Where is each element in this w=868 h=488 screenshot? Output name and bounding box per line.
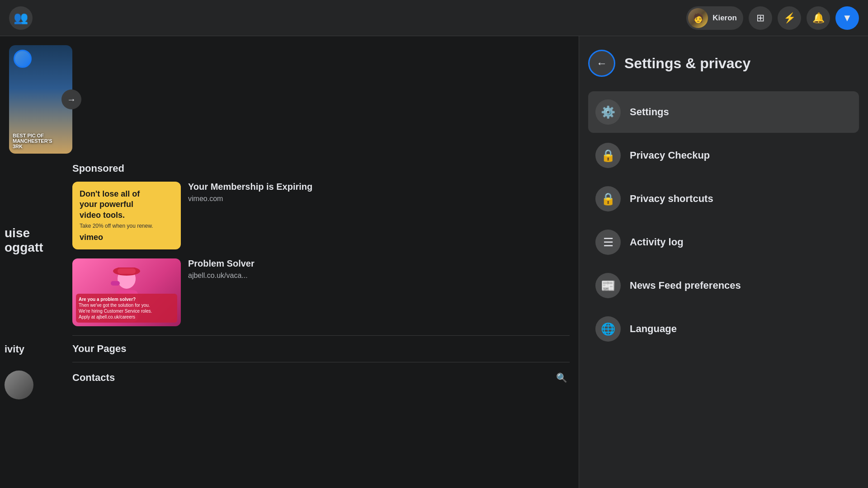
your-pages-label: Your Pages — [72, 343, 570, 355]
privacy-shortcuts-icon: 🔒 — [595, 186, 621, 211]
ajbell-ad-title: Problem Solver — [188, 258, 570, 269]
privacy-shortcuts-label: Privacy shortcuts — [630, 193, 713, 205]
lock-checkup-icon: 🔒 — [601, 149, 615, 163]
vimeo-logo: vimeo — [80, 233, 103, 242]
facebook-logo[interactable]: 👥 — [9, 6, 33, 30]
name-line2: oggatt — [5, 240, 43, 255]
story-next-button[interactable]: → — [61, 89, 81, 109]
topbar-right: 🧑 Kieron ⊞ ⚡ 🔔 ▼ — [686, 6, 859, 30]
contacts-search-button[interactable]: 🔍 — [553, 370, 570, 386]
activity-log-label: Activity log — [630, 236, 684, 248]
gear-icon: ⚙️ — [601, 105, 615, 119]
name-line1: uise — [5, 226, 43, 240]
menu-item-privacy-checkup[interactable]: 🔒 Privacy Checkup — [588, 135, 859, 176]
vimeo-ad-text: Don't lose all ofyour powerfulvideo tool… — [80, 189, 140, 221]
grid-menu-button[interactable]: ⊞ — [749, 6, 772, 30]
vimeo-ad-info: Your Membership is Expiring vimeo.com — [188, 182, 570, 203]
sponsored-title: Sponsored — [72, 163, 570, 174]
vimeo-ad-image[interactable]: Don't lose all ofyour powerfulvideo tool… — [72, 182, 181, 249]
globe-icon: 🌐 — [601, 322, 615, 336]
sponsored-section: Sponsored Don't lose all ofyour powerful… — [72, 163, 570, 386]
svg-rect-4 — [118, 268, 136, 274]
news-feed-icon: 📰 — [595, 273, 621, 298]
activity-label: ivity — [5, 343, 24, 355]
settings-header: ← Settings & privacy — [588, 50, 859, 80]
lock-shortcuts-icon: 🔒 — [601, 192, 615, 206]
arrow-right-icon: → — [67, 94, 76, 105]
settings-panel: ← Settings & privacy ⚙️ Settings 🔒 Priva… — [579, 36, 868, 488]
chevron-down-icon: ▼ — [842, 12, 852, 24]
menu-item-news-feed[interactable]: 📰 News Feed preferences — [588, 265, 859, 306]
messenger-button[interactable]: ⚡ — [778, 6, 801, 30]
dropdown-button[interactable]: ▼ — [835, 6, 859, 30]
ajbell-ad-image[interactable]: Are you a problem solver?Then we've got … — [72, 258, 181, 326]
newspaper-icon: 📰 — [601, 279, 615, 293]
search-icon: 🔍 — [556, 372, 567, 383]
messenger-icon: ⚡ — [783, 12, 796, 24]
story-avatar — [14, 50, 32, 68]
back-button[interactable]: ← — [588, 50, 615, 77]
news-feed-label: News Feed preferences — [630, 280, 741, 291]
privacy-checkup-label: Privacy Checkup — [630, 150, 710, 161]
story-text: BEST PIC OF MANCHESTER'S3RK — [13, 133, 72, 149]
divider-2 — [72, 362, 570, 362]
divider-1 — [72, 335, 570, 336]
topbar-left: 👥 — [9, 6, 33, 30]
ad-ajbell: Are you a problem solver?Then we've got … — [72, 258, 570, 326]
bell-icon: 🔔 — [812, 12, 825, 24]
vimeo-discount-text: Take 20% off when you renew. — [80, 223, 153, 229]
vimeo-ad-title: Your Membership is Expiring — [188, 182, 570, 192]
partial-name: uise oggatt — [5, 226, 43, 255]
story-strip: BEST PIC OF MANCHESTER'S3RK → — [9, 45, 570, 154]
ajbell-ad-info: Problem Solver ajbell.co.uk/vaca... — [188, 258, 570, 280]
feed-area: BEST PIC OF MANCHESTER'S3RK → uise oggat… — [0, 36, 579, 488]
svg-rect-2 — [111, 281, 120, 286]
menu-item-activity-log[interactable]: ☰ Activity log — [588, 221, 859, 263]
settings-title: Settings & privacy — [624, 55, 750, 72]
user-name: Kieron — [712, 14, 737, 23]
contacts-label: Contacts — [72, 372, 115, 384]
ajbell-text-overlay: Are you a problem solver?Then we've got … — [76, 294, 177, 323]
activity-log-icon: ☰ — [595, 230, 621, 255]
notifications-button[interactable]: 🔔 — [807, 6, 830, 30]
logo-icon: 👥 — [14, 11, 28, 25]
menu-item-language[interactable]: 🌐 Language — [588, 308, 859, 350]
back-arrow-icon: ← — [596, 57, 607, 70]
menu-item-privacy-shortcuts[interactable]: 🔒 Privacy shortcuts — [588, 178, 859, 220]
settings-icon: ⚙️ — [595, 99, 621, 125]
grid-icon: ⊞ — [756, 12, 764, 24]
user-profile-button[interactable]: 🧑 Kieron — [686, 6, 743, 30]
menu-item-settings[interactable]: ⚙️ Settings — [588, 91, 859, 133]
contacts-row: Contacts 🔍 — [72, 370, 570, 386]
partial-activity: ivity — [5, 343, 24, 355]
list-icon: ☰ — [603, 235, 613, 249]
topbar: 👥 🧑 Kieron ⊞ ⚡ 🔔 ▼ — [0, 0, 868, 36]
main-content: BEST PIC OF MANCHESTER'S3RK → uise oggat… — [0, 0, 868, 488]
settings-label: Settings — [630, 106, 669, 118]
language-label: Language — [630, 323, 677, 335]
vimeo-ad-url: vimeo.com — [188, 195, 570, 203]
ajbell-ad-url: ajbell.co.uk/vaca... — [188, 272, 570, 280]
contact-avatar — [5, 371, 33, 399]
privacy-checkup-icon: 🔒 — [595, 143, 621, 168]
language-icon: 🌐 — [595, 316, 621, 342]
ad-vimeo: Don't lose all ofyour powerfulvideo tool… — [72, 182, 570, 249]
avatar: 🧑 — [688, 8, 708, 28]
